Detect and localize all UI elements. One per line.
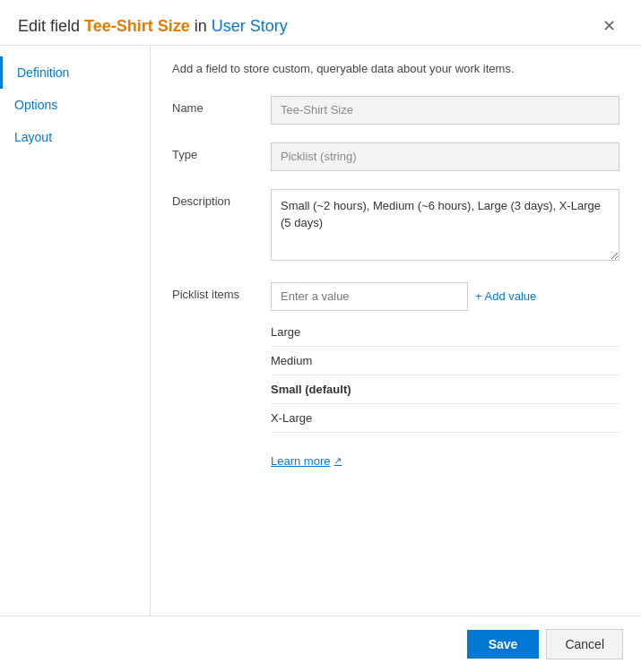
- close-icon: ✕: [602, 17, 616, 35]
- content-description: Add a field to store custom, queryable d…: [172, 60, 619, 78]
- close-button[interactable]: ✕: [595, 14, 623, 38]
- description-label: Description: [172, 189, 271, 208]
- dialog-body: Definition Options Layout Add a field to…: [0, 46, 641, 616]
- add-value-label: + Add value: [475, 289, 536, 303]
- sidebar-item-layout-label: Layout: [14, 130, 52, 144]
- description-textarea[interactable]: [271, 189, 619, 261]
- description-row: Description: [172, 189, 619, 264]
- picklist-control: + Add value Large Medium Small (default)…: [271, 282, 619, 469]
- name-input[interactable]: [271, 96, 619, 125]
- name-label: Name: [172, 96, 271, 115]
- dialog-footer: Save Cancel: [0, 616, 641, 672]
- list-item-default: Small (default): [271, 375, 619, 404]
- external-link-icon: ↗: [333, 455, 342, 467]
- edit-field-dialog: Edit field Tee-Shirt Size in User Story …: [0, 0, 641, 672]
- picklist-input-row: + Add value: [271, 282, 619, 311]
- save-label: Save: [489, 637, 518, 651]
- content-area: Add a field to store custom, queryable d…: [151, 46, 641, 616]
- picklist-items-list: Large Medium Small (default) X-Large: [271, 318, 619, 433]
- picklist-label: Picklist items: [172, 282, 271, 301]
- sidebar: Definition Options Layout: [0, 46, 151, 616]
- sidebar-item-options[interactable]: Options: [0, 89, 150, 121]
- list-item: Medium: [271, 347, 619, 375]
- add-value-button[interactable]: + Add value: [475, 289, 536, 303]
- dialog-header: Edit field Tee-Shirt Size in User Story …: [0, 0, 641, 46]
- name-control: [271, 96, 619, 125]
- picklist-row: Picklist items + Add value Large Medium …: [172, 282, 619, 469]
- name-row: Name: [172, 96, 619, 125]
- cancel-label: Cancel: [565, 637, 604, 651]
- sidebar-item-options-label: Options: [14, 98, 57, 112]
- title-middle: in: [190, 17, 212, 35]
- sidebar-item-definition[interactable]: Definition: [0, 56, 150, 89]
- dialog-title: Edit field Tee-Shirt Size in User Story: [18, 17, 288, 36]
- save-button[interactable]: Save: [467, 630, 540, 659]
- list-item: Large: [271, 318, 619, 347]
- picklist-entry-input[interactable]: [271, 282, 468, 311]
- type-label: Type: [172, 142, 271, 161]
- type-control: [271, 142, 619, 171]
- title-prefix: Edit field: [18, 17, 84, 35]
- sidebar-item-layout[interactable]: Layout: [0, 121, 150, 153]
- learn-more-link[interactable]: Learn more ↗: [271, 454, 342, 468]
- field-name-title: Tee-Shirt Size: [84, 17, 190, 35]
- cancel-button[interactable]: Cancel: [546, 629, 623, 659]
- learn-more-label: Learn more: [271, 454, 330, 468]
- title-suffix: User Story: [212, 17, 288, 35]
- list-item: X-Large: [271, 404, 619, 433]
- sidebar-item-definition-label: Definition: [17, 65, 69, 80]
- type-input[interactable]: [271, 142, 619, 171]
- type-row: Type: [172, 142, 619, 171]
- description-control: [271, 189, 619, 264]
